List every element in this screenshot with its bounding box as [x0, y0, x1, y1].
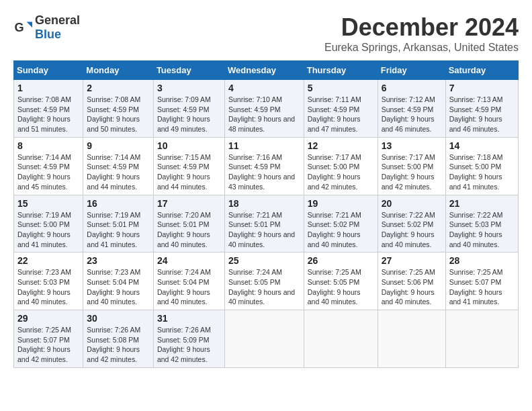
day-detail: Sunrise: 7:23 AMSunset: 5:03 PMDaylight:…	[17, 268, 71, 306]
day-number: 23	[87, 255, 150, 266]
day-number: 29	[17, 313, 79, 324]
day-detail: Sunrise: 7:25 AMSunset: 5:07 PMDaylight:…	[17, 326, 71, 363]
day-detail: Sunrise: 7:25 AMSunset: 5:07 PMDaylight:…	[449, 268, 503, 306]
main-title: December 2024	[324, 13, 519, 42]
day-number: 16	[87, 198, 150, 209]
day-detail: Sunrise: 7:23 AMSunset: 5:04 PMDaylight:…	[87, 268, 140, 306]
day-number: 13	[382, 140, 442, 151]
calendar-cell	[224, 310, 304, 368]
day-number: 28	[449, 255, 515, 266]
logo-icon: G	[13, 18, 32, 37]
calendar-cell	[445, 310, 518, 368]
calendar-cell: 23 Sunrise: 7:23 AMSunset: 5:04 PMDaylig…	[83, 253, 154, 310]
calendar-cell: 3 Sunrise: 7:09 AMSunset: 4:59 PMDayligh…	[153, 80, 224, 138]
calendar-cell: 17 Sunrise: 7:20 AMSunset: 5:01 PMDaylig…	[153, 195, 224, 253]
logo-general: General	[35, 13, 80, 27]
day-number: 5	[308, 83, 374, 93]
day-detail: Sunrise: 7:21 AMSunset: 5:02 PMDaylight:…	[308, 211, 361, 248]
calendar-cell: 15 Sunrise: 7:19 AMSunset: 5:00 PMDaylig…	[14, 195, 83, 253]
calendar-cell	[378, 310, 445, 368]
calendar-cell: 10 Sunrise: 7:15 AMSunset: 4:59 PMDaylig…	[153, 137, 224, 195]
day-number: 11	[228, 140, 300, 151]
day-number: 22	[17, 255, 79, 266]
day-detail: Sunrise: 7:24 AMSunset: 5:05 PMDaylight:…	[228, 268, 295, 306]
calendar-week-3: 15 Sunrise: 7:19 AMSunset: 5:00 PMDaylig…	[14, 195, 519, 253]
day-number: 14	[449, 140, 515, 151]
day-detail: Sunrise: 7:14 AMSunset: 4:59 PMDaylight:…	[87, 153, 140, 191]
calendar-cell: 8 Sunrise: 7:14 AMSunset: 4:59 PMDayligh…	[14, 137, 83, 195]
day-detail: Sunrise: 7:12 AMSunset: 4:59 PMDaylight:…	[382, 95, 435, 133]
day-number: 24	[157, 255, 221, 266]
day-detail: Sunrise: 7:10 AMSunset: 4:59 PMDaylight:…	[228, 95, 295, 133]
logo-blue: Blue	[35, 28, 61, 41]
day-detail: Sunrise: 7:25 AMSunset: 5:05 PMDaylight:…	[308, 268, 361, 306]
calendar-cell: 7 Sunrise: 7:13 AMSunset: 4:59 PMDayligh…	[445, 80, 518, 138]
calendar-header-row: SundayMondayTuesdayWednesdayThursdayFrid…	[14, 61, 519, 80]
calendar-week-4: 22 Sunrise: 7:23 AMSunset: 5:03 PMDaylig…	[14, 253, 519, 310]
calendar-table: SundayMondayTuesdayWednesdayThursdayFrid…	[13, 60, 519, 368]
day-detail: Sunrise: 7:24 AMSunset: 5:04 PMDaylight:…	[157, 268, 211, 306]
svg-marker-1	[27, 22, 32, 28]
day-number: 17	[157, 198, 221, 209]
calendar-cell: 27 Sunrise: 7:25 AMSunset: 5:06 PMDaylig…	[378, 253, 445, 310]
subtitle: Eureka Springs, Arkansas, United States	[324, 42, 519, 54]
calendar-week-2: 8 Sunrise: 7:14 AMSunset: 4:59 PMDayligh…	[14, 137, 519, 195]
day-detail: Sunrise: 7:21 AMSunset: 5:01 PMDaylight:…	[228, 211, 295, 248]
day-detail: Sunrise: 7:08 AMSunset: 4:59 PMDaylight:…	[17, 95, 71, 133]
calendar-cell: 24 Sunrise: 7:24 AMSunset: 5:04 PMDaylig…	[153, 253, 224, 310]
day-number: 8	[17, 140, 79, 151]
day-detail: Sunrise: 7:26 AMSunset: 5:09 PMDaylight:…	[157, 326, 211, 363]
day-detail: Sunrise: 7:08 AMSunset: 4:59 PMDaylight:…	[87, 95, 140, 133]
calendar-cell: 21 Sunrise: 7:22 AMSunset: 5:03 PMDaylig…	[445, 195, 518, 253]
day-number: 4	[228, 83, 300, 93]
header-sunday: Sunday	[14, 61, 83, 80]
header-tuesday: Tuesday	[153, 61, 224, 80]
header-saturday: Saturday	[445, 61, 518, 80]
calendar-cell: 22 Sunrise: 7:23 AMSunset: 5:03 PMDaylig…	[14, 253, 83, 310]
calendar-cell: 13 Sunrise: 7:17 AMSunset: 5:00 PMDaylig…	[378, 137, 445, 195]
svg-text:G: G	[14, 21, 24, 34]
day-detail: Sunrise: 7:14 AMSunset: 4:59 PMDaylight:…	[17, 153, 71, 191]
calendar-cell: 9 Sunrise: 7:14 AMSunset: 4:59 PMDayligh…	[83, 137, 154, 195]
title-area: December 2024 Eureka Springs, Arkansas, …	[324, 13, 519, 54]
calendar-cell: 2 Sunrise: 7:08 AMSunset: 4:59 PMDayligh…	[83, 80, 154, 138]
calendar-cell: 29 Sunrise: 7:25 AMSunset: 5:07 PMDaylig…	[14, 310, 83, 368]
day-detail: Sunrise: 7:17 AMSunset: 5:00 PMDaylight:…	[382, 153, 435, 191]
calendar-cell: 25 Sunrise: 7:24 AMSunset: 5:05 PMDaylig…	[224, 253, 304, 310]
day-detail: Sunrise: 7:13 AMSunset: 4:59 PMDaylight:…	[449, 95, 503, 133]
day-number: 9	[87, 140, 150, 151]
day-number: 25	[228, 255, 300, 266]
day-detail: Sunrise: 7:22 AMSunset: 5:03 PMDaylight:…	[449, 211, 503, 248]
calendar-cell: 19 Sunrise: 7:21 AMSunset: 5:02 PMDaylig…	[304, 195, 378, 253]
day-number: 26	[308, 255, 374, 266]
day-detail: Sunrise: 7:18 AMSunset: 5:00 PMDaylight:…	[449, 153, 503, 191]
day-number: 6	[382, 83, 442, 93]
calendar-cell	[304, 310, 378, 368]
day-number: 15	[17, 198, 79, 209]
day-number: 31	[157, 313, 221, 324]
day-detail: Sunrise: 7:11 AMSunset: 4:59 PMDaylight:…	[308, 95, 361, 133]
day-number: 3	[157, 83, 221, 93]
calendar-week-1: 1 Sunrise: 7:08 AMSunset: 4:59 PMDayligh…	[14, 80, 519, 138]
day-detail: Sunrise: 7:26 AMSunset: 5:08 PMDaylight:…	[87, 326, 140, 363]
header-wednesday: Wednesday	[224, 61, 304, 80]
header-thursday: Thursday	[304, 61, 378, 80]
page-header: G General Blue December 2024 Eureka Spri…	[13, 13, 519, 54]
calendar-cell: 1 Sunrise: 7:08 AMSunset: 4:59 PMDayligh…	[14, 80, 83, 138]
logo: G General Blue	[13, 13, 80, 42]
calendar-cell: 6 Sunrise: 7:12 AMSunset: 4:59 PMDayligh…	[378, 80, 445, 138]
day-number: 7	[449, 83, 515, 93]
calendar-cell: 16 Sunrise: 7:19 AMSunset: 5:01 PMDaylig…	[83, 195, 154, 253]
day-detail: Sunrise: 7:19 AMSunset: 5:00 PMDaylight:…	[17, 211, 71, 248]
day-number: 30	[87, 313, 150, 324]
day-detail: Sunrise: 7:16 AMSunset: 4:59 PMDaylight:…	[228, 153, 295, 191]
header-friday: Friday	[378, 61, 445, 80]
day-detail: Sunrise: 7:09 AMSunset: 4:59 PMDaylight:…	[157, 95, 211, 133]
calendar-cell: 18 Sunrise: 7:21 AMSunset: 5:01 PMDaylig…	[224, 195, 304, 253]
day-detail: Sunrise: 7:22 AMSunset: 5:02 PMDaylight:…	[382, 211, 435, 248]
calendar-cell: 20 Sunrise: 7:22 AMSunset: 5:02 PMDaylig…	[378, 195, 445, 253]
day-detail: Sunrise: 7:19 AMSunset: 5:01 PMDaylight:…	[87, 211, 140, 248]
day-number: 1	[17, 83, 79, 93]
calendar-cell: 12 Sunrise: 7:17 AMSunset: 5:00 PMDaylig…	[304, 137, 378, 195]
calendar-cell: 28 Sunrise: 7:25 AMSunset: 5:07 PMDaylig…	[445, 253, 518, 310]
